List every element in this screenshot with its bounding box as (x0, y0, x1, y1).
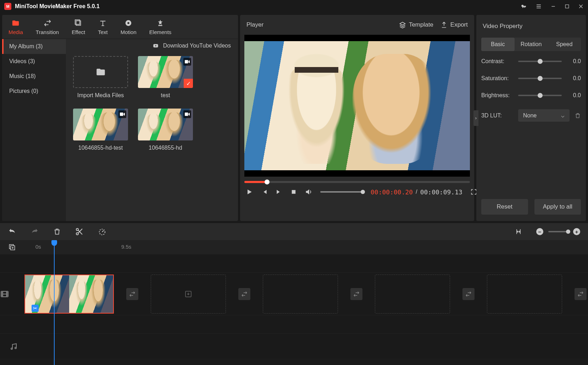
svg-rect-14 (120, 112, 123, 116)
ruler-mark: 9.5s (121, 244, 131, 250)
sidebar-item-pictures[interactable]: Pictures (0) (2, 84, 66, 99)
zoom-out-button[interactable]: − (536, 228, 543, 235)
speed-button[interactable] (98, 227, 106, 236)
maximize-button[interactable] (565, 4, 570, 9)
sidebar-item-music[interactable]: Music (18) (2, 69, 66, 84)
sidebar-item-videos[interactable]: Videos (3) (2, 54, 66, 69)
stop-button[interactable] (290, 189, 297, 195)
svg-point-17 (76, 228, 78, 231)
delete-button[interactable] (53, 228, 61, 236)
checkmark-icon: ✓ (184, 79, 193, 88)
saturation-value: 0.0 (567, 75, 581, 82)
audio-track-icon (0, 342, 27, 351)
transition-slot[interactable] (575, 288, 587, 300)
top-nav: Media Transition Effect Text Motion Elem… (2, 15, 238, 39)
volume-button[interactable] (305, 188, 312, 196)
timeline-clip[interactable]: ✂ (24, 275, 114, 314)
tab-text[interactable]: Text (91, 15, 114, 39)
ruler-mark: 0s (35, 244, 41, 250)
timeline-ruler[interactable]: 0s 9.5s (0, 240, 588, 254)
contrast-row: Contrast: 0.0 (481, 58, 581, 65)
time-separator: / (416, 189, 417, 195)
brightness-slider[interactable] (518, 95, 562, 96)
import-media-button[interactable]: Import Media Files (73, 56, 128, 99)
media-panel: Media Transition Effect Text Motion Elem… (2, 15, 238, 221)
playhead[interactable] (54, 240, 55, 365)
redo-button[interactable] (30, 227, 39, 236)
tab-label: Effect (72, 29, 85, 35)
transition-slot[interactable] (126, 288, 138, 300)
template-button[interactable]: Template (399, 21, 433, 28)
clip-drop-slot[interactable] (151, 275, 226, 314)
volume-slider[interactable] (320, 191, 363, 193)
media-item[interactable]: 10646855-hd-test (73, 109, 128, 151)
svg-rect-16 (292, 190, 296, 194)
tab-effect[interactable]: Effect (65, 15, 91, 39)
tab-label: Media (9, 29, 23, 35)
play-button[interactable] (246, 188, 253, 195)
player-label: Player (246, 21, 392, 28)
clip-drop-slot[interactable] (487, 275, 562, 314)
tab-rotation[interactable]: Rotation (515, 38, 548, 51)
transition-slot[interactable] (462, 288, 475, 300)
delete-lut-button[interactable] (575, 112, 581, 119)
youtube-icon (152, 43, 160, 49)
license-key-icon[interactable] (521, 3, 527, 10)
minimize-button[interactable] (550, 4, 556, 9)
brightness-value: 0.0 (567, 92, 581, 99)
player-controls: 00:00:00.20 / 00:00:09.13 (240, 183, 474, 201)
add-track-button[interactable] (9, 244, 16, 251)
scrub-handle[interactable] (265, 179, 270, 184)
collapse-panel-button[interactable]: › (473, 110, 478, 126)
tab-motion[interactable]: Motion (114, 15, 143, 39)
zoom-controls: − + (536, 228, 580, 235)
tab-label: Transition (36, 29, 59, 35)
lut-row: 3D LUT: None ⌵ (481, 109, 581, 122)
saturation-slider[interactable] (518, 78, 562, 79)
contrast-value: 0.0 (567, 58, 581, 65)
folder-icon (96, 67, 106, 77)
media-item[interactable]: 10646855-hd (138, 109, 193, 151)
tab-speed[interactable]: Speed (548, 38, 581, 51)
reset-button[interactable]: Reset (481, 199, 528, 215)
fit-timeline-button[interactable] (515, 228, 522, 235)
ruler-marks: 0s 9.5s (16, 240, 588, 254)
timeline-body: ✂ (0, 254, 588, 365)
svg-rect-4 (565, 5, 568, 8)
video-preview[interactable] (244, 35, 470, 177)
apply-all-button[interactable]: Apply to all (534, 199, 581, 215)
tab-basic[interactable]: Basic (481, 38, 515, 51)
transition-slot[interactable] (350, 288, 362, 300)
export-button[interactable]: Export (440, 21, 468, 28)
transition-slot[interactable] (238, 288, 250, 300)
media-item[interactable]: ✓ test (138, 56, 193, 99)
split-button[interactable] (75, 227, 84, 236)
tab-elements[interactable]: Elements (143, 15, 178, 39)
timeline-toolbar: − + (0, 223, 588, 240)
svg-rect-11 (159, 25, 162, 26)
next-frame-button[interactable] (276, 188, 283, 195)
clip-drop-slot[interactable] (375, 275, 450, 314)
brightness-row: Brightness: 0.0 (481, 92, 581, 99)
download-youtube-link[interactable]: Download YouTube Videos (66, 39, 238, 52)
clip-drop-slot[interactable] (263, 275, 338, 314)
contrast-slider[interactable] (518, 61, 562, 62)
close-button[interactable] (578, 4, 584, 9)
tab-media[interactable]: Media (2, 15, 29, 39)
zoom-slider[interactable] (548, 231, 568, 232)
prev-frame-button[interactable] (261, 188, 268, 195)
zoom-in-button[interactable]: + (573, 228, 580, 235)
tab-transition[interactable]: Transition (29, 15, 65, 39)
video-track-icon (0, 289, 9, 299)
undo-button[interactable] (8, 227, 16, 236)
menu-icon[interactable] (536, 3, 542, 10)
player-panel: Player Template Export 00:00:00.20 / (240, 15, 474, 221)
app-title: MiniTool MovieMaker Free 5.0.1 (15, 3, 521, 10)
lut-select[interactable]: None ⌵ (518, 109, 570, 122)
audio-track[interactable] (0, 334, 588, 359)
scrub-bar[interactable] (244, 181, 470, 183)
video-badge-icon (183, 58, 191, 66)
app-logo-icon: M (4, 3, 11, 10)
video-track[interactable]: ✂ (0, 273, 588, 315)
sidebar-item-my-album[interactable]: My Album (3) (2, 39, 66, 54)
